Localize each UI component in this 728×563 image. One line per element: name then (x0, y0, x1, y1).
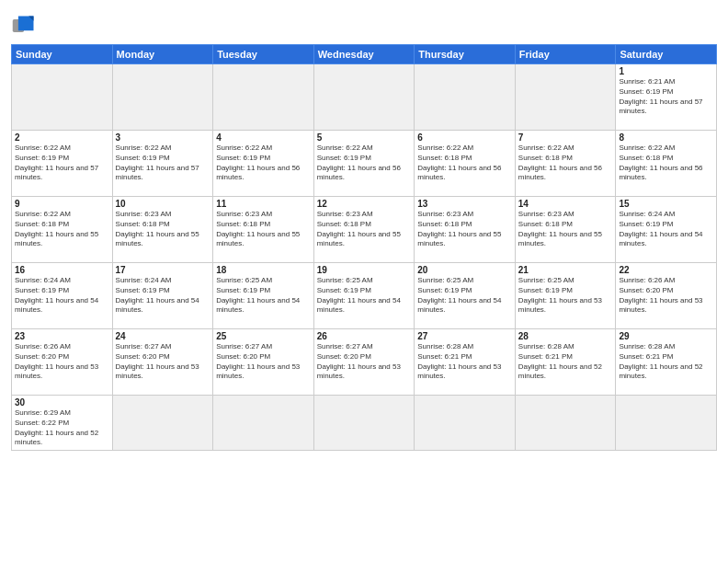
day-cell: 29Sunrise: 6:28 AMSunset: 6:21 PMDayligh… (616, 329, 717, 396)
day-info: Sunrise: 6:23 AMSunset: 6:18 PMDaylight:… (116, 210, 210, 249)
day-cell (415, 396, 516, 451)
day-cell: 5Sunrise: 6:22 AMSunset: 6:19 PMDaylight… (313, 131, 415, 197)
day-info: Sunrise: 6:22 AMSunset: 6:18 PMDaylight:… (417, 144, 512, 183)
week-row-4: 23Sunrise: 6:26 AMSunset: 6:20 PMDayligh… (12, 329, 717, 396)
day-cell: 6Sunrise: 6:22 AMSunset: 6:18 PMDaylight… (415, 131, 516, 197)
day-number: 22 (619, 265, 713, 275)
day-cell: 19Sunrise: 6:25 AMSunset: 6:19 PMDayligh… (313, 263, 415, 329)
page: SundayMondayTuesdayWednesdayThursdayFrid… (0, 0, 728, 563)
day-number: 20 (417, 265, 512, 275)
day-cell: 26Sunrise: 6:27 AMSunset: 6:20 PMDayligh… (313, 329, 415, 396)
weekday-header-monday: Monday (112, 45, 213, 64)
logo (11, 13, 40, 39)
day-number: 12 (317, 199, 412, 209)
day-info: Sunrise: 6:25 AMSunset: 6:19 PMDaylight:… (317, 276, 412, 316)
day-number: 13 (417, 199, 512, 209)
day-number: 24 (116, 331, 210, 341)
day-info: Sunrise: 6:22 AMSunset: 6:18 PMDaylight:… (15, 210, 109, 249)
day-info: Sunrise: 6:29 AMSunset: 6:22 PMDaylight:… (15, 408, 109, 448)
day-cell (515, 64, 616, 131)
week-row-5: 30Sunrise: 6:29 AMSunset: 6:22 PMDayligh… (12, 396, 717, 451)
day-info: Sunrise: 6:24 AMSunset: 6:19 PMDaylight:… (619, 210, 713, 249)
weekday-header-row: SundayMondayTuesdayWednesdayThursdayFrid… (12, 45, 717, 64)
day-info: Sunrise: 6:25 AMSunset: 6:19 PMDaylight:… (216, 276, 311, 316)
day-cell (515, 396, 616, 451)
day-cell: 8Sunrise: 6:22 AMSunset: 6:18 PMDaylight… (616, 131, 717, 197)
day-info: Sunrise: 6:25 AMSunset: 6:19 PMDaylight:… (417, 276, 512, 316)
day-number: 18 (216, 265, 311, 275)
day-number: 21 (518, 265, 613, 275)
day-cell (213, 396, 314, 451)
day-cell: 11Sunrise: 6:23 AMSunset: 6:18 PMDayligh… (213, 197, 314, 263)
day-number: 10 (116, 199, 210, 209)
day-info: Sunrise: 6:27 AMSunset: 6:20 PMDaylight:… (216, 342, 311, 382)
logo-icon (11, 13, 37, 39)
day-cell: 27Sunrise: 6:28 AMSunset: 6:21 PMDayligh… (415, 329, 516, 396)
day-info: Sunrise: 6:22 AMSunset: 6:19 PMDaylight:… (216, 144, 311, 183)
day-info: Sunrise: 6:21 AMSunset: 6:19 PMDaylight:… (619, 77, 713, 117)
day-number: 27 (417, 331, 512, 341)
day-cell (112, 64, 213, 131)
day-number: 17 (116, 265, 210, 275)
day-number: 6 (417, 132, 512, 143)
day-cell: 1Sunrise: 6:21 AMSunset: 6:19 PMDaylight… (616, 64, 717, 131)
day-info: Sunrise: 6:28 AMSunset: 6:21 PMDaylight:… (619, 342, 713, 382)
day-cell (313, 396, 415, 451)
day-cell: 14Sunrise: 6:23 AMSunset: 6:18 PMDayligh… (515, 197, 616, 263)
header (11, 9, 717, 39)
day-number: 23 (15, 331, 109, 341)
weekday-header-thursday: Thursday (415, 45, 516, 64)
day-info: Sunrise: 6:25 AMSunset: 6:19 PMDaylight:… (518, 276, 613, 316)
day-number: 16 (15, 265, 109, 275)
day-number: 5 (317, 132, 412, 143)
day-cell: 28Sunrise: 6:28 AMSunset: 6:21 PMDayligh… (515, 329, 616, 396)
day-number: 15 (619, 199, 713, 209)
calendar: SundayMondayTuesdayWednesdayThursdayFrid… (11, 44, 717, 451)
day-cell: 21Sunrise: 6:25 AMSunset: 6:19 PMDayligh… (515, 263, 616, 329)
day-number: 2 (15, 132, 109, 143)
day-number: 28 (518, 331, 613, 341)
day-cell: 30Sunrise: 6:29 AMSunset: 6:22 PMDayligh… (12, 396, 113, 451)
day-info: Sunrise: 6:28 AMSunset: 6:21 PMDaylight:… (417, 342, 512, 382)
day-info: Sunrise: 6:22 AMSunset: 6:19 PMDaylight:… (116, 144, 210, 183)
day-cell: 20Sunrise: 6:25 AMSunset: 6:19 PMDayligh… (415, 263, 516, 329)
day-info: Sunrise: 6:28 AMSunset: 6:21 PMDaylight:… (518, 342, 613, 382)
day-number: 19 (317, 265, 412, 275)
day-info: Sunrise: 6:26 AMSunset: 6:20 PMDaylight:… (619, 276, 713, 316)
day-number: 26 (317, 331, 412, 341)
weekday-header-friday: Friday (515, 45, 616, 64)
day-cell: 7Sunrise: 6:22 AMSunset: 6:18 PMDaylight… (515, 131, 616, 197)
day-cell: 17Sunrise: 6:24 AMSunset: 6:19 PMDayligh… (112, 263, 213, 329)
day-cell: 24Sunrise: 6:27 AMSunset: 6:20 PMDayligh… (112, 329, 213, 396)
day-cell: 9Sunrise: 6:22 AMSunset: 6:18 PMDaylight… (12, 197, 113, 263)
day-cell: 12Sunrise: 6:23 AMSunset: 6:18 PMDayligh… (313, 197, 415, 263)
day-cell (313, 64, 415, 131)
day-number: 14 (518, 199, 613, 209)
day-cell: 13Sunrise: 6:23 AMSunset: 6:18 PMDayligh… (415, 197, 516, 263)
day-cell: 23Sunrise: 6:26 AMSunset: 6:20 PMDayligh… (12, 329, 113, 396)
day-info: Sunrise: 6:24 AMSunset: 6:19 PMDaylight:… (15, 276, 109, 316)
day-number: 30 (15, 397, 109, 408)
day-cell: 2Sunrise: 6:22 AMSunset: 6:19 PMDaylight… (12, 131, 113, 197)
weekday-header-tuesday: Tuesday (213, 45, 314, 64)
weekday-header-wednesday: Wednesday (313, 45, 415, 64)
day-cell: 15Sunrise: 6:24 AMSunset: 6:19 PMDayligh… (616, 197, 717, 263)
day-info: Sunrise: 6:22 AMSunset: 6:19 PMDaylight:… (317, 144, 412, 183)
day-cell (415, 64, 516, 131)
day-info: Sunrise: 6:22 AMSunset: 6:19 PMDaylight:… (15, 144, 109, 183)
week-row-1: 2Sunrise: 6:22 AMSunset: 6:19 PMDaylight… (12, 131, 717, 197)
day-cell: 25Sunrise: 6:27 AMSunset: 6:20 PMDayligh… (213, 329, 314, 396)
day-number: 25 (216, 331, 311, 341)
day-info: Sunrise: 6:27 AMSunset: 6:20 PMDaylight:… (317, 342, 412, 382)
day-cell: 10Sunrise: 6:23 AMSunset: 6:18 PMDayligh… (112, 197, 213, 263)
day-info: Sunrise: 6:24 AMSunset: 6:19 PMDaylight:… (116, 276, 210, 316)
day-cell (213, 64, 314, 131)
day-info: Sunrise: 6:22 AMSunset: 6:18 PMDaylight:… (518, 144, 613, 183)
day-cell: 3Sunrise: 6:22 AMSunset: 6:19 PMDaylight… (112, 131, 213, 197)
day-cell: 4Sunrise: 6:22 AMSunset: 6:19 PMDaylight… (213, 131, 314, 197)
day-info: Sunrise: 6:23 AMSunset: 6:18 PMDaylight:… (216, 210, 311, 249)
day-number: 3 (116, 132, 210, 143)
day-cell: 18Sunrise: 6:25 AMSunset: 6:19 PMDayligh… (213, 263, 314, 329)
weekday-header-saturday: Saturday (616, 45, 717, 64)
day-info: Sunrise: 6:23 AMSunset: 6:18 PMDaylight:… (518, 210, 613, 249)
